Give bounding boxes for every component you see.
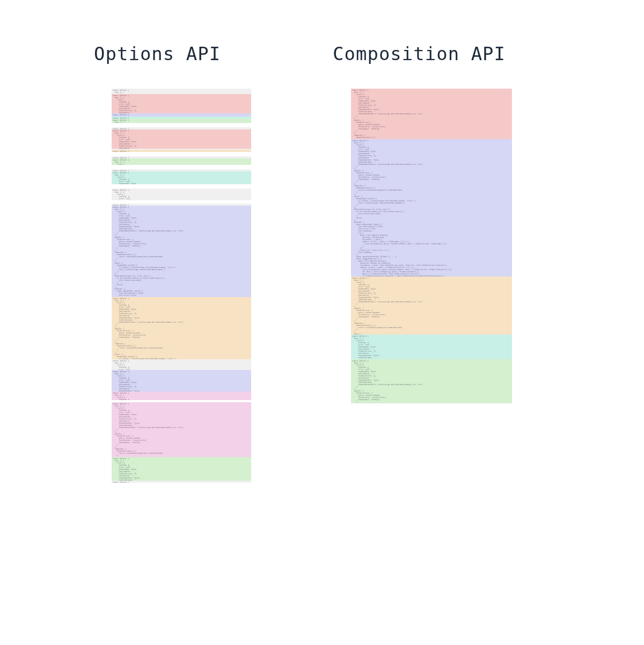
code-filler: export default { data () { return { load… — [112, 129, 251, 149]
title-composition: Composition API — [333, 43, 506, 64]
segment-usefoldernavigation: export default { data () { return { load… — [351, 139, 512, 277]
segment-gap — [112, 152, 251, 156]
code-filler: export default { data () { return { load… — [112, 94, 251, 113]
code-filler: export default { data () { return { load… — [112, 171, 251, 184]
code-filler: export default { data () { return { load… — [112, 457, 251, 481]
code-filler: export default { data () { return { load… — [351, 277, 512, 335]
code-filler: export default { data () { — [112, 119, 251, 123]
segment-data-state-4: export default { data () { — [112, 119, 251, 123]
segment-export-default-data: export default { data () { — [112, 89, 251, 94]
segment-subscribetomore: export default { data () { return { load… — [112, 359, 251, 370]
code-filler: export default { data () { return { load… — [112, 297, 251, 359]
segment-methods-open: export default { data () { return { load… — [112, 370, 251, 392]
segment-methods-create: export default { data () { return { load… — [112, 457, 251, 481]
segment-computed-prop: export default { data () { return { — [112, 158, 251, 165]
title-options: Options API — [94, 43, 221, 64]
code-filler: export default { data () { return { load… — [112, 359, 251, 370]
code-filler: export default { data () { return { load… — [112, 402, 251, 457]
code-filler: export default { data () { return { load… — [112, 370, 251, 392]
segment-usehiddenfolders: export default { data () { return { load… — [351, 335, 512, 359]
segment-watch-handler: export default { data () { return { load… — [112, 171, 251, 184]
segment-apollo-query: export default { data () { return { load… — [112, 129, 251, 149]
segment-usefavoritefolders: export default { data () { return { load… — [351, 277, 512, 335]
code-filler: export default { data () { return { load… — [112, 392, 251, 400]
segment-gap — [112, 184, 251, 189]
column-composition-api: export default { data () { return { load… — [351, 89, 512, 403]
code-filler: export default { data () { return { load… — [112, 206, 251, 297]
segment-data-state: export default { data () { return { load… — [112, 94, 251, 113]
code-filler: export default { data () { return { — [112, 158, 251, 165]
segment-methods-reset: export default { data () { return { load… — [112, 392, 251, 400]
segment-methods-navigation: export default { data () { return { load… — [112, 206, 251, 297]
segment-methods-slicepath: export default { data () { return { load… — [112, 402, 251, 457]
code-filler: export default { data () { return { load… — [351, 139, 512, 277]
code-filler: export default { data () { return { load… — [351, 335, 512, 359]
segment-gray: export default { — [112, 481, 251, 483]
code-filler: export default { data () { return { load… — [351, 89, 512, 139]
segment-methods-favorites: export default { data () { return { load… — [112, 297, 251, 359]
code-filler: export default { data () { return { load… — [351, 359, 512, 403]
code-filler: export default { — [112, 481, 251, 483]
code-filler: export default { data () { return { load… — [112, 189, 251, 200]
segment-folderfavorite: export default { — [112, 150, 251, 152]
code-filler: export default { data () { — [112, 89, 251, 94]
code-filler: export default { — [112, 150, 251, 152]
column-options-api: export default { data () {export default… — [112, 89, 251, 483]
segment-usecurrentfolderdata: export default { data () { return { load… — [351, 89, 512, 139]
segment-usecreatefolder: export default { data () { return { load… — [351, 359, 512, 403]
segment-gap — [112, 165, 251, 169]
segment-gap — [112, 123, 251, 127]
segment-beforerouteleave: export default { data () { return { load… — [112, 189, 251, 200]
